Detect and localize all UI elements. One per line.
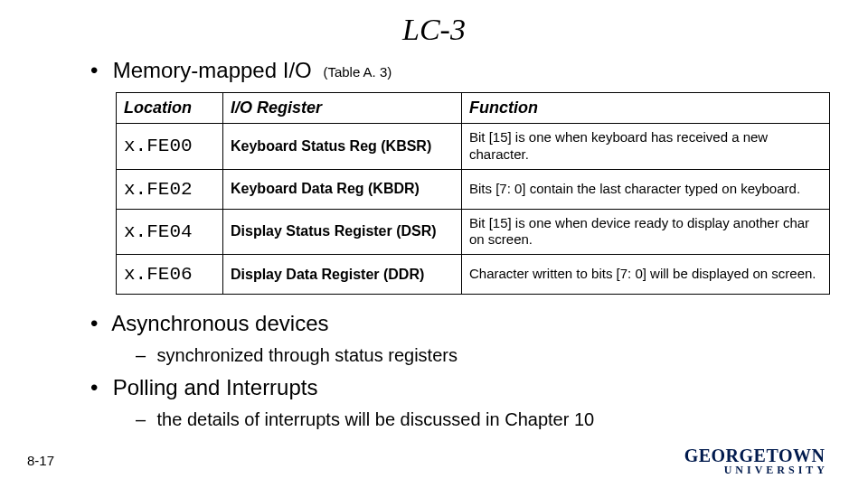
subbullet-interrupt-details: – the details of interrupts will be disc… xyxy=(136,409,814,430)
cell-location: x.FE06 xyxy=(117,255,223,295)
io-register-table: Location I/O Register Function x.FE00 Ke… xyxy=(116,92,830,295)
slide: LC-3 • Memory-mapped I/O (Table A. 3) Lo… xyxy=(0,0,868,488)
bullet-icon: • xyxy=(90,311,107,336)
header-function: Function xyxy=(462,93,830,124)
bullet-icon: • xyxy=(90,375,107,400)
bullet-icon: • xyxy=(90,58,107,83)
table-reference: (Table A. 3) xyxy=(323,64,392,80)
table-row: x.FE00 Keyboard Status Reg (KBSR) Bit [1… xyxy=(117,124,830,170)
cell-function: Bit [15] is one when device ready to dis… xyxy=(462,209,830,255)
logo-top: GEORGETOWN xyxy=(684,446,828,465)
subbullet-sync-registers: – synchronized through status registers xyxy=(136,345,814,366)
cell-function: Bit [15] is one when keyboard has receiv… xyxy=(462,124,830,170)
bullet-label: Polling and Interrupts xyxy=(113,375,318,399)
bullet-list: • Memory-mapped I/O (Table A. 3) xyxy=(54,58,814,83)
bullet-memory-mapped-io: • Memory-mapped I/O (Table A. 3) xyxy=(90,58,814,83)
georgetown-logo: GEORGETOWN UNIVERSITY xyxy=(684,446,828,475)
dash-icon: – xyxy=(136,409,152,430)
header-register: I/O Register xyxy=(223,93,462,124)
bullet-polling-interrupts: • Polling and Interrupts xyxy=(90,375,814,400)
header-location: Location xyxy=(117,93,223,124)
cell-location: x.FE02 xyxy=(117,169,223,209)
dash-icon: – xyxy=(136,345,152,366)
cell-function: Character written to bits [7: 0] will be… xyxy=(462,255,830,295)
cell-register: Display Status Register (DSR) xyxy=(223,209,462,255)
slide-title: LC-3 xyxy=(54,13,814,47)
bullet-label: Memory-mapped I/O xyxy=(113,58,312,82)
table-header-row: Location I/O Register Function xyxy=(117,93,830,124)
subbullet-label: synchronized through status registers xyxy=(157,345,458,365)
table-row: x.FE02 Keyboard Data Reg (KBDR) Bits [7:… xyxy=(117,169,830,209)
bullet-list-2: • Asynchronous devices – synchronized th… xyxy=(54,311,814,430)
cell-location: x.FE04 xyxy=(117,209,223,255)
bullet-async-devices: • Asynchronous devices xyxy=(90,311,814,336)
subbullet-label: the details of interrupts will be discus… xyxy=(157,409,595,429)
bullet-label: Asynchronous devices xyxy=(111,311,328,335)
cell-register: Display Data Register (DDR) xyxy=(223,255,462,295)
cell-location: x.FE00 xyxy=(117,124,223,170)
cell-register: Keyboard Status Reg (KBSR) xyxy=(223,124,462,170)
cell-function: Bits [7: 0] contain the last character t… xyxy=(462,169,830,209)
cell-register: Keyboard Data Reg (KBDR) xyxy=(223,169,462,209)
table-row: x.FE04 Display Status Register (DSR) Bit… xyxy=(117,209,830,255)
page-number: 8-17 xyxy=(27,453,54,468)
table-row: x.FE06 Display Data Register (DDR) Chara… xyxy=(117,255,830,295)
logo-bottom: UNIVERSITY xyxy=(724,465,828,475)
